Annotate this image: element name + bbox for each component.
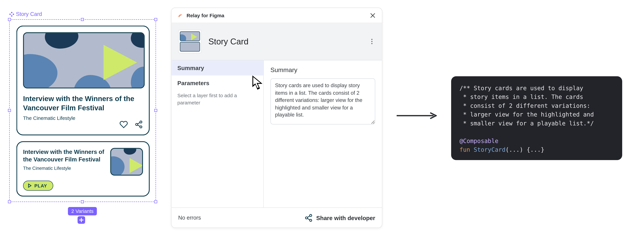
more-menu-icon[interactable] — [368, 38, 375, 45]
share-label: Share with developer — [316, 214, 375, 221]
code-comment: * consist of 2 different variations: — [460, 102, 590, 109]
svg-line-16 — [308, 216, 310, 217]
code-rest: (...) {...} — [506, 146, 544, 153]
resize-handle[interactable] — [8, 200, 11, 203]
svg-point-12 — [310, 214, 312, 216]
content-heading: Summary — [270, 66, 375, 74]
story-card-hero-image — [23, 32, 145, 88]
relay-logo-icon — [178, 12, 183, 18]
add-variant-button[interactable] — [78, 216, 85, 224]
play-button-label: PLAY — [34, 183, 47, 188]
footer-errors-label: No errors — [178, 214, 300, 221]
code-comment: * larger view for the highlighted and — [460, 111, 594, 118]
resize-handle[interactable] — [154, 18, 157, 21]
code-comment: * smaller view for a playable list.*/ — [460, 120, 594, 126]
svg-point-9 — [371, 39, 372, 40]
story-card-title: Interview with the Winners of the Vancou… — [23, 148, 105, 163]
svg-point-13 — [306, 217, 308, 219]
svg-point-14 — [310, 219, 312, 221]
plugin-titlebar: Relay for Figma — [172, 8, 382, 23]
heart-icon[interactable] — [120, 120, 128, 129]
resize-handle[interactable] — [154, 109, 157, 112]
story-card-thumbnail — [110, 148, 143, 176]
resize-handle[interactable] — [81, 18, 84, 21]
resize-handle[interactable] — [8, 109, 11, 112]
summary-textarea[interactable] — [270, 78, 375, 124]
component-preview-thumbnail — [178, 30, 202, 53]
code-comment: /** Story cards are used to display — [460, 85, 583, 91]
story-card-title: Interview with the Winners of the Vancou… — [23, 94, 143, 113]
resize-handle[interactable] — [154, 200, 157, 203]
parameters-help-text: Select a layer first to add a parameter — [172, 90, 264, 110]
generated-code-block: /** Story cards are used to display * st… — [451, 76, 622, 160]
resize-handle[interactable] — [8, 18, 11, 21]
component-icon — [9, 12, 14, 16]
story-card-large[interactable]: Interview with the Winners of the Vancou… — [16, 26, 150, 136]
figma-component-label-text: Story Card — [16, 11, 42, 17]
relay-content-pane: Summary — [264, 60, 382, 208]
close-icon[interactable] — [370, 12, 376, 18]
play-button[interactable]: PLAY — [23, 181, 54, 191]
component-name: Story Card — [208, 37, 362, 46]
plus-icon — [79, 218, 84, 222]
svg-line-4 — [138, 122, 140, 124]
share-with-developer-button[interactable]: Share with developer — [304, 214, 375, 222]
story-card-small[interactable]: Interview with the Winners of the Vancou… — [16, 141, 150, 196]
play-icon — [130, 158, 143, 173]
code-annotation: @Composable — [460, 138, 498, 144]
variants-badge[interactable]: 2 Variants — [68, 207, 97, 216]
svg-point-11 — [371, 43, 372, 44]
arrow-right-icon — [397, 112, 437, 119]
figma-selection-frame[interactable]: Interview with the Winners of the Vancou… — [9, 19, 156, 202]
play-icon — [104, 45, 137, 80]
svg-point-0 — [140, 121, 142, 123]
code-keyword: fun — [460, 146, 470, 153]
play-icon — [28, 184, 32, 188]
relay-sidebar: Summary Parameters Select a layer first … — [172, 60, 264, 208]
figma-component-label[interactable]: Story Card — [9, 11, 42, 17]
svg-point-1 — [136, 123, 138, 126]
tab-parameters[interactable]: Parameters — [172, 76, 264, 90]
tab-summary[interactable]: Summary — [172, 60, 264, 76]
story-card-subtitle: The Cinematic Lifestyle — [23, 166, 105, 171]
svg-point-10 — [371, 41, 372, 42]
code-comment: * story items in a list. The cards — [460, 94, 583, 100]
relay-footer: No errors Share with developer — [172, 208, 382, 228]
svg-point-2 — [140, 126, 142, 128]
relay-plugin-panel: Relay for Figma Story Card Summary Param… — [171, 8, 382, 228]
code-function: StoryCard — [474, 146, 506, 153]
svg-line-15 — [308, 218, 310, 220]
svg-line-3 — [138, 125, 140, 126]
resize-handle[interactable] — [81, 200, 84, 203]
share-icon — [304, 214, 313, 222]
plugin-title: Relay for Figma — [187, 12, 370, 18]
relay-header: Story Card — [172, 23, 382, 60]
share-icon[interactable] — [135, 120, 143, 129]
